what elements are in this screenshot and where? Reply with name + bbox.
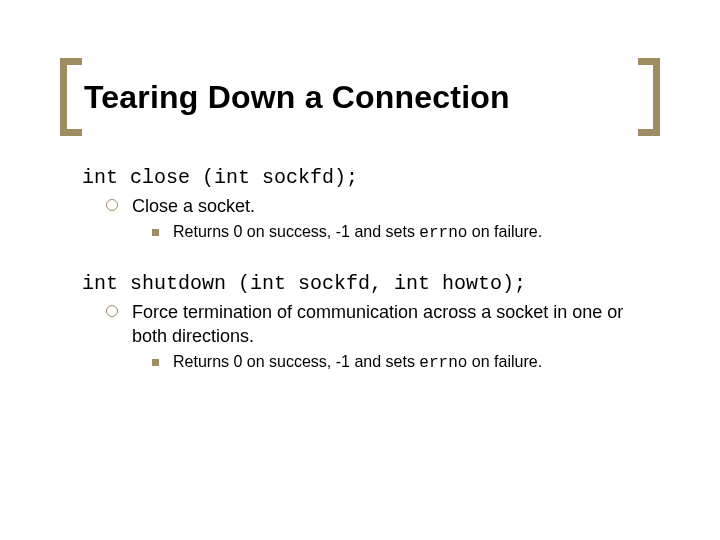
errno-code: errno xyxy=(419,354,467,372)
circle-bullet-icon xyxy=(106,199,118,211)
text-part: on failure. xyxy=(467,353,542,370)
content-area: int close (int sockfd); Close a socket. … xyxy=(82,166,650,374)
close-return-value: Returns 0 on success, -1 and sets errno … xyxy=(173,222,542,244)
list-item: Close a socket. xyxy=(82,195,650,218)
list-item: Returns 0 on success, -1 and sets errno … xyxy=(82,222,650,244)
circle-bullet-icon xyxy=(106,305,118,317)
text-part: Returns 0 on success, -1 and sets xyxy=(173,353,419,370)
text-part: Returns 0 on success, -1 and sets xyxy=(173,223,419,240)
code-shutdown-signature: int shutdown (int sockfd, int howto); xyxy=(82,272,650,295)
shutdown-return-value: Returns 0 on success, -1 and sets errno … xyxy=(173,352,542,374)
errno-code: errno xyxy=(419,224,467,242)
square-bullet-icon xyxy=(152,229,159,236)
list-item: Returns 0 on success, -1 and sets errno … xyxy=(82,352,650,374)
close-description: Close a socket. xyxy=(132,195,255,218)
bracket-right-icon xyxy=(638,58,660,136)
code-close-signature: int close (int sockfd); xyxy=(82,166,650,189)
slide-title: Tearing Down a Connection xyxy=(82,79,638,116)
bracket-left-icon xyxy=(60,58,82,136)
shutdown-block: int shutdown (int sockfd, int howto); Fo… xyxy=(82,272,650,374)
list-item: Force termination of communication acros… xyxy=(82,301,650,348)
text-part: on failure. xyxy=(467,223,542,240)
square-bullet-icon xyxy=(152,359,159,366)
title-bar: Tearing Down a Connection xyxy=(60,58,660,136)
shutdown-description: Force termination of communication acros… xyxy=(132,301,650,348)
slide: Tearing Down a Connection int close (int… xyxy=(0,58,720,540)
